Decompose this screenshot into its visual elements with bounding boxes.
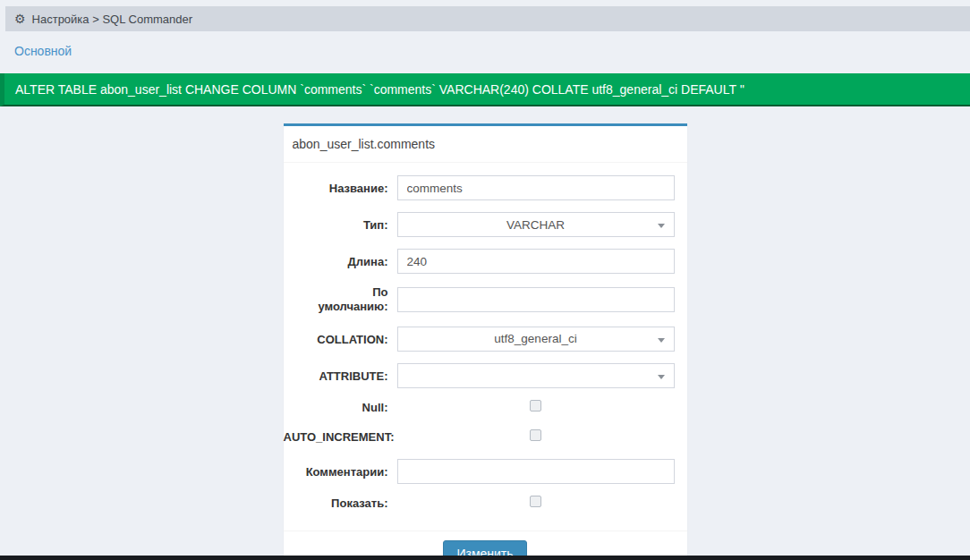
sql-alert: ALTER TABLE abon_user_list CHANGE COLUMN… [0,73,970,106]
attribute-select[interactable] [397,363,675,388]
show-label: Показать: [284,496,388,511]
window-bottom-edge [0,556,970,560]
chevron-down-icon [658,375,665,379]
collation-select-value: utf8_general_ci [494,332,576,345]
collation-select[interactable]: utf8_general_ci [397,327,675,352]
default-label: По умолчанию: [284,285,388,315]
default-control [397,287,675,312]
field-row-attribute: ATTRIBUTE: [284,363,675,388]
chevron-down-icon [658,224,665,228]
panel-title: abon_user_list.comments [284,126,687,163]
comments-label: Комментарии: [284,459,388,479]
field-row-collation: COLLATION:utf8_general_ci [284,327,675,352]
field-row-name: Название: [284,175,675,200]
auto_increment-label: AUTO_INCREMENT: [284,429,388,445]
name-label: Название: [284,175,388,196]
chevron-down-icon [658,338,665,343]
show-checkbox[interactable] [530,496,541,507]
attribute-control [397,363,675,388]
length-control [397,249,675,274]
field-row-auto_increment: AUTO_INCREMENT: [284,429,675,445]
tab-main[interactable]: Основной [14,44,72,58]
breadcrumb-text: Настройка > SQL Commander [32,13,192,26]
comments-control [397,459,675,484]
length-input[interactable] [397,249,675,274]
field-row-show: Показать: [284,496,675,511]
collation-control: utf8_general_ci [397,327,675,352]
name-control [397,175,675,200]
column-edit-panel: abon_user_list.comments Название:Тип:VAR… [284,123,687,560]
field-row-null: Null: [284,400,675,415]
breadcrumb: ⚙ Настройка > SQL Commander [5,6,970,31]
collation-label: COLLATION: [284,327,388,347]
null-label: Null: [284,400,388,415]
gear-icon: ⚙ [14,13,26,25]
length-label: Длина: [284,249,388,269]
null-checkbox[interactable] [530,400,541,412]
comments-input[interactable] [397,459,675,484]
sql-alert-text: ALTER TABLE abon_user_list CHANGE COLUMN… [15,82,745,97]
type-select[interactable]: VARCHAR [397,212,675,237]
field-row-length: Длина: [284,249,675,274]
type-control: VARCHAR [397,212,675,237]
attribute-label: ATTRIBUTE: [284,363,388,384]
field-row-default: По умолчанию: [284,285,675,315]
column-edit-form: Название:Тип:VARCHARДлина:По умолчанию:C… [284,163,687,530]
type-label: Тип: [284,212,388,233]
null-control [397,400,675,412]
auto_increment-checkbox[interactable] [530,429,541,441]
field-row-comments: Комментарии: [284,459,675,484]
auto_increment-control [397,429,675,441]
name-input[interactable] [397,175,675,200]
show-control [397,496,675,507]
default-input[interactable] [397,287,675,312]
field-row-type: Тип:VARCHAR [284,212,675,237]
type-select-value: VARCHAR [506,218,565,232]
